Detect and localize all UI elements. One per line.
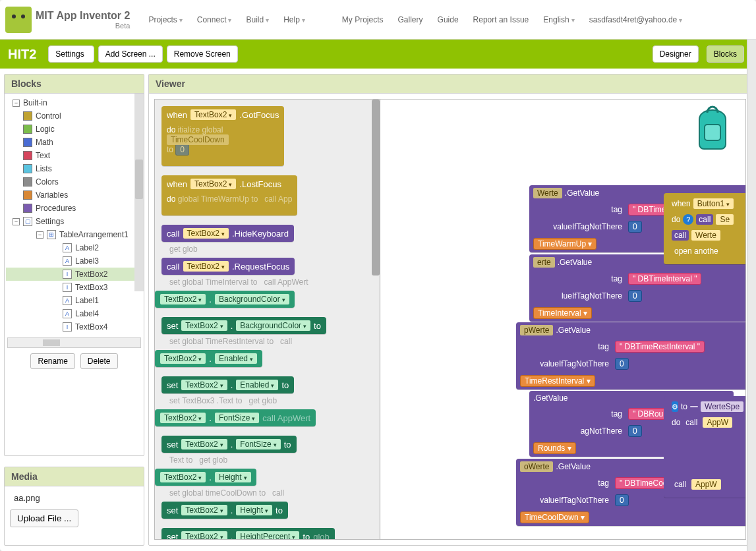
collapse-icon[interactable]: − <box>36 231 44 239</box>
blocks-tab-button[interactable]: Blocks <box>707 45 744 63</box>
flyout-block-lostfocus[interactable]: whenTextBox2.LostFocus do global TimeWar… <box>161 175 297 216</box>
collapse-icon[interactable]: − <box>13 218 20 225</box>
menu-language[interactable]: English <box>538 11 579 28</box>
tree-cat-text[interactable]: Text <box>6 149 142 162</box>
menu-guide[interactable]: Guide <box>432 11 464 28</box>
flyout-block-set-heightpercent[interactable]: setTextBox2.HeightPercentto glob <box>161 528 335 540</box>
tree-textbox2[interactable]: ITextBox2 <box>6 268 142 281</box>
block-flyout[interactable]: whenTextBox2.GotFocus do itialize global… <box>155 100 380 539</box>
tree-cat-logic[interactable]: Logic <box>6 123 142 136</box>
flyout-block-hidekeyboard[interactable]: callTextBox2.HideKeyboard <box>161 225 294 242</box>
viewer-panel: Viewer Werte.GetValue tag" DBTimeWarmUp … <box>148 74 752 546</box>
tree-horizontal-scrollbar[interactable] <box>7 337 141 348</box>
menu-report-issue[interactable]: Report an Issue <box>468 11 535 28</box>
flyout-block-set-bgcolor[interactable]: setTextBox2.BackgroundColorto <box>161 317 326 334</box>
caret-down-icon <box>179 15 183 24</box>
flyout-block-gotfocus[interactable]: whenTextBox2.GotFocus do itialize global… <box>161 106 284 166</box>
viewer-panel-header: Viewer <box>149 74 751 94</box>
label-icon: A <box>63 296 72 305</box>
flyout-block-set-enabled[interactable]: setTextBox2.Enabledto <box>161 376 294 393</box>
block-procedure-wertespe[interactable]: ⚙toWerteSpe docallAppW callAppW <box>664 396 746 498</box>
gear-icon[interactable]: ⚙ <box>672 401 678 412</box>
app-logo <box>5 7 32 33</box>
menu-user[interactable]: sasdfasdt4ret@yahoo.de <box>584 11 688 28</box>
help-icon[interactable]: ? <box>683 214 693 225</box>
menu-projects[interactable]: Projects <box>143 11 187 28</box>
tree-cat-colors[interactable]: Colors <box>6 175 142 188</box>
settings-dropdown[interactable]: Settings <box>48 45 94 63</box>
menu-connect[interactable]: Connect <box>192 11 237 28</box>
flyout-block-requestfocus[interactable]: callTextBox2.RequestFocus <box>161 258 295 275</box>
flyout-block-get-height[interactable]: TextBox2.Height <box>155 469 256 486</box>
tree-label3[interactable]: ALabel3 <box>6 254 142 268</box>
tree-label4[interactable]: ALabel4 <box>6 307 142 320</box>
caret-down-icon <box>228 15 231 24</box>
collapse-icon[interactable]: − <box>13 100 20 107</box>
caret-down-icon <box>571 15 575 24</box>
backpack-icon[interactable] <box>691 105 734 151</box>
label-icon: A <box>63 256 72 266</box>
flyout-block-get-fontsize[interactable]: TextBox2.FontSize call AppWert <box>155 409 316 426</box>
tree-cat-variables[interactable]: Variables <box>6 188 142 202</box>
block-button1-click[interactable]: whenButton1 do?callSe callWerte open ano… <box>664 193 746 264</box>
tree-cat-procedures[interactable]: Procedures <box>6 202 142 215</box>
label-icon: A <box>63 309 72 318</box>
brand-beta: Beta <box>115 22 131 30</box>
flyout-block-get-enabled[interactable]: TextBox2.Enabled <box>155 350 262 367</box>
window-vertical-scrollbar[interactable] <box>747 40 756 551</box>
tree-cat-math[interactable]: Math <box>6 136 142 149</box>
table-icon: ⊞ <box>47 230 56 239</box>
tree-label2[interactable]: ALabel2 <box>6 241 142 254</box>
toolbar: HIT2 Settings Add Screen ... Remove Scre… <box>0 40 756 69</box>
blocks-tree: −Built-in Control Logic Math Text Lists … <box>5 94 144 336</box>
brand: MIT App Inventor 2 Beta <box>36 10 130 30</box>
screen-icon: ▢ <box>23 217 32 226</box>
media-file[interactable]: aa.png <box>10 492 138 504</box>
blocks-panel-header: Blocks <box>5 74 144 94</box>
textbox-icon: I <box>63 283 72 292</box>
remove-screen-button[interactable]: Remove Screen <box>167 45 238 63</box>
flyout-block-get-bgcolor[interactable]: TextBox2.BackgroundColor <box>155 291 295 308</box>
project-name: HIT2 <box>8 47 36 62</box>
brand-title: MIT App Inventor 2 <box>36 10 130 22</box>
add-screen-button[interactable]: Add Screen ... <box>98 45 163 63</box>
tree-cat-lists[interactable]: Lists <box>6 162 142 175</box>
textbox-icon: I <box>63 270 72 279</box>
tree-cat-control[interactable]: Control <box>6 109 142 123</box>
svg-rect-0 <box>705 125 720 140</box>
tree-builtin[interactable]: −Built-in <box>6 96 142 109</box>
flyout-block-set-fontsize[interactable]: setTextBox2.FontSizeto <box>161 436 297 453</box>
media-panel-header: Media <box>5 467 144 486</box>
label-icon: A <box>63 243 72 252</box>
tree-textbox4[interactable]: ITextBox4 <box>6 320 142 334</box>
menu-my-projects[interactable]: My Projects <box>337 11 389 28</box>
flyout-block-set-height[interactable]: setTextBox2.Heightto <box>161 502 288 519</box>
media-panel: Media aa.png Upload File ... <box>4 467 144 546</box>
blocks-panel: Blocks −Built-in Control Logic Math Text… <box>4 74 144 456</box>
upload-file-button[interactable]: Upload File ... <box>10 509 78 527</box>
tree-textbox3[interactable]: ITextBox3 <box>6 281 142 294</box>
textbox-icon: I <box>63 322 72 332</box>
caret-down-icon <box>266 15 269 24</box>
tree-label1[interactable]: ALabel1 <box>6 294 142 307</box>
delete-button[interactable]: Delete <box>80 353 118 369</box>
tree-tablearrangement1[interactable]: −⊞TableArrangement1 <box>6 228 142 241</box>
designer-tab-button[interactable]: Designer <box>653 45 699 63</box>
top-menu-bar: MIT App Inventor 2 Beta Projects Connect… <box>0 0 756 40</box>
block-getvalue-timerestinterval[interactable]: pWerte.GetValue tag" DBTimeRestInterval … <box>516 322 746 390</box>
tree-vertical-scrollbar[interactable] <box>134 94 144 291</box>
block-getvalue-timeinterval[interactable]: erte.GetValue tag" DBTimeInterval " lueI… <box>529 254 746 322</box>
caret-down-icon <box>302 15 305 24</box>
menu-gallery[interactable]: Gallery <box>393 11 428 28</box>
tree-settings[interactable]: −▢Settings <box>6 215 142 228</box>
rename-button[interactable]: Rename <box>30 353 74 369</box>
menu-build[interactable]: Build <box>241 11 274 28</box>
blocks-workspace[interactable]: Werte.GetValue tag" DBTimeWarmUp " value… <box>154 99 746 540</box>
menu-help[interactable]: Help <box>278 11 310 28</box>
caret-down-icon <box>679 15 682 24</box>
